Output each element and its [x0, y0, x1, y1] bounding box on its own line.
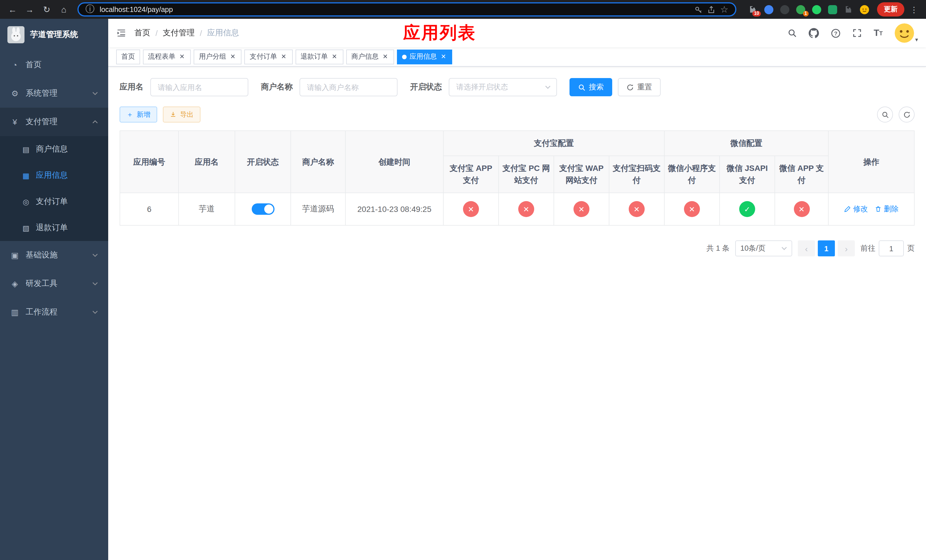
app-logo-row[interactable]: 芋道管理系统: [0, 19, 108, 51]
sidebar-item-system[interactable]: ⚙ 系统管理: [0, 79, 108, 107]
chevron-down-icon: [781, 247, 787, 250]
sidebar-item-home[interactable]: ◔ 首页: [0, 51, 108, 79]
export-button[interactable]: 导出: [163, 106, 200, 123]
tag-close-icon[interactable]: ✕: [381, 53, 389, 61]
navbar-actions: ? TT ▾: [788, 23, 926, 43]
active-dot: [402, 54, 407, 59]
profile-avatar-icon[interactable]: [859, 5, 869, 14]
extension-puzzle-icon[interactable]: 10: [748, 5, 757, 14]
extension-whatsapp-icon[interactable]: [811, 5, 821, 14]
sidebar-item-infrastructure[interactable]: ▣ 基础设施: [0, 241, 108, 269]
sidebar-item-label: 首页: [26, 60, 42, 70]
search-button[interactable]: 搜索: [569, 78, 612, 96]
site-info-icon[interactable]: ⓘ: [85, 3, 95, 15]
sidebar-item-refund-orders[interactable]: ▧ 退款订单: [0, 215, 108, 241]
sidebar-item-app-info[interactable]: ▦ 应用信息: [0, 162, 108, 189]
disabled-status-icon: ✕: [794, 201, 809, 217]
status-switch[interactable]: [251, 203, 274, 215]
toggle-search-button[interactable]: [877, 106, 893, 123]
browser-update-button[interactable]: 更新: [877, 2, 904, 17]
extension-green-badge-icon[interactable]: 1: [796, 5, 805, 14]
sidebar-item-merchant-info[interactable]: ▤ 商户信息: [0, 136, 108, 162]
sidebar-item-label: 商户信息: [36, 144, 68, 154]
tag-close-icon[interactable]: ✕: [178, 53, 186, 61]
cell-alipay-qr: ✕: [609, 193, 664, 225]
tag-process-form[interactable]: 流程表单✕: [143, 49, 191, 64]
browser-toolbar: ← → ↻ ⌂ ⓘ localhost:1024/pay/app ☆ 10 1: [0, 0, 926, 19]
breadcrumb-home[interactable]: 首页: [135, 28, 150, 38]
page-number-button[interactable]: 1: [818, 241, 835, 256]
font-size-icon[interactable]: TT: [874, 28, 883, 38]
sidebar-item-workflow[interactable]: ▥ 工作流程: [0, 298, 108, 327]
monitor-icon: ▣: [10, 251, 20, 260]
sidebar-toggle-icon[interactable]: [108, 28, 135, 38]
sidebar-item-payment[interactable]: ¥ 支付管理: [0, 107, 108, 136]
search-icon: [578, 83, 586, 91]
cell-alipay-app: ✕: [443, 193, 499, 225]
tag-close-icon[interactable]: ✕: [280, 53, 287, 61]
user-menu[interactable]: ▾: [895, 23, 918, 43]
disabled-status-icon: ✕: [518, 201, 534, 217]
browser-menu-icon[interactable]: ⋮: [908, 5, 920, 14]
status-select[interactable]: 请选择开启状态: [449, 78, 557, 96]
col-alipay-qr: 支付宝扫码支付: [609, 156, 664, 193]
browser-home-icon[interactable]: ⌂: [57, 3, 71, 16]
url-text[interactable]: localhost:1024/pay/app: [100, 5, 689, 14]
breadcrumb-payment[interactable]: 支付管理: [163, 28, 195, 38]
app-name-input[interactable]: [150, 78, 248, 96]
browser-reload-icon[interactable]: ↻: [40, 3, 53, 16]
status-label: 开启状态: [410, 82, 442, 92]
edit-link[interactable]: 修改: [844, 204, 868, 214]
chevron-down-icon: [92, 92, 98, 95]
password-key-icon[interactable]: [694, 5, 702, 14]
reset-button[interactable]: 重置: [618, 78, 661, 96]
next-page-button[interactable]: ›: [838, 241, 855, 256]
merchant-name-input[interactable]: [300, 78, 398, 96]
tag-app-info[interactable]: 应用信息✕: [397, 49, 452, 64]
sidebar-item-dev-tools[interactable]: ◈ 研发工具: [0, 269, 108, 298]
delete-link[interactable]: 删除: [875, 204, 899, 214]
extension-puzzle2-icon[interactable]: [843, 5, 853, 14]
tag-pay-orders[interactable]: 支付订单✕: [245, 49, 292, 64]
enabled-status-icon: ✓: [739, 201, 755, 217]
extension-green-square-icon[interactable]: [828, 5, 837, 14]
total-count: 共 1 条: [707, 243, 729, 254]
tag-close-icon[interactable]: ✕: [331, 53, 338, 61]
share-icon[interactable]: [707, 5, 715, 14]
user-avatar[interactable]: [895, 23, 914, 43]
tag-home[interactable]: 首页: [116, 49, 140, 64]
tag-refund-orders[interactable]: 退款订单✕: [295, 49, 343, 64]
browser-back-icon[interactable]: ←: [6, 3, 20, 16]
app-logo: [8, 26, 24, 43]
refresh-table-button[interactable]: [899, 106, 915, 123]
col-alipay-pc: 支付宝 PC 网站支付: [499, 156, 554, 193]
page-size-select[interactable]: 10条/页: [735, 241, 792, 256]
tag-merchant-info[interactable]: 商户信息✕: [346, 49, 394, 64]
tag-user-group[interactable]: 用户分组✕: [194, 49, 242, 64]
main-area: 首页 / 支付管理 / 应用信息 应用列表 ?: [108, 19, 926, 560]
search-icon[interactable]: [788, 29, 797, 38]
cell-wechat-mini: ✕: [664, 193, 720, 225]
github-icon[interactable]: [809, 28, 819, 38]
browser-forward-icon[interactable]: →: [23, 3, 36, 16]
extension-dark-icon[interactable]: [780, 5, 789, 14]
gear-icon: ⚙: [10, 89, 20, 98]
extension-blue-icon[interactable]: [764, 5, 773, 14]
search-icon: [881, 111, 889, 118]
tag-close-icon[interactable]: ✕: [229, 53, 236, 61]
breadcrumb-separator: /: [156, 29, 158, 38]
prev-page-button[interactable]: ‹: [798, 241, 815, 256]
tag-close-icon[interactable]: ✕: [440, 53, 447, 61]
sidebar-item-label: 应用信息: [36, 170, 68, 180]
goto-page-input[interactable]: [879, 241, 904, 256]
fullscreen-icon[interactable]: [853, 29, 862, 38]
sidebar-item-pay-orders[interactable]: ◎ 支付订单: [0, 189, 108, 215]
address-bar[interactable]: ⓘ localhost:1024/pay/app ☆: [77, 2, 736, 17]
add-button[interactable]: ＋ 新增: [120, 106, 157, 123]
disabled-status-icon: ✕: [629, 201, 645, 217]
chevron-down-icon: [92, 254, 98, 257]
help-icon[interactable]: ?: [831, 28, 841, 38]
bookmark-star-icon[interactable]: ☆: [720, 4, 728, 15]
plus-icon: ＋: [126, 110, 133, 120]
extension-badge: 1: [803, 11, 809, 17]
